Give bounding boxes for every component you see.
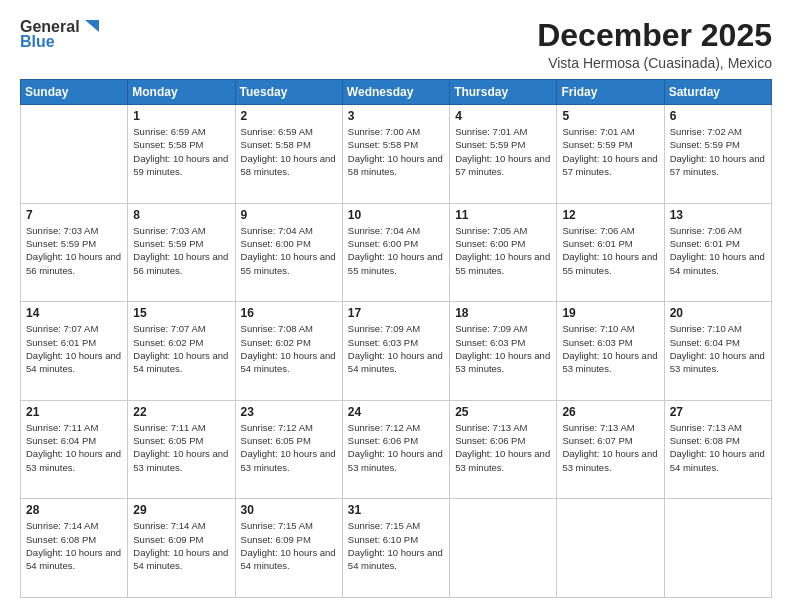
day-info: Sunrise: 7:02 AMSunset: 5:59 PMDaylight:… bbox=[670, 125, 766, 178]
table-row: 2Sunrise: 6:59 AMSunset: 5:58 PMDaylight… bbox=[235, 105, 342, 204]
table-row: 25Sunrise: 7:13 AMSunset: 6:06 PMDayligh… bbox=[450, 400, 557, 499]
day-info: Sunrise: 7:07 AMSunset: 6:02 PMDaylight:… bbox=[133, 322, 229, 375]
day-info: Sunrise: 7:11 AMSunset: 6:05 PMDaylight:… bbox=[133, 421, 229, 474]
table-row: 24Sunrise: 7:12 AMSunset: 6:06 PMDayligh… bbox=[342, 400, 449, 499]
table-row: 17Sunrise: 7:09 AMSunset: 6:03 PMDayligh… bbox=[342, 302, 449, 401]
day-number: 8 bbox=[133, 208, 229, 222]
day-number: 15 bbox=[133, 306, 229, 320]
day-number: 6 bbox=[670, 109, 766, 123]
header-monday: Monday bbox=[128, 80, 235, 105]
header-tuesday: Tuesday bbox=[235, 80, 342, 105]
day-info: Sunrise: 7:14 AMSunset: 6:09 PMDaylight:… bbox=[133, 519, 229, 572]
day-info: Sunrise: 6:59 AMSunset: 5:58 PMDaylight:… bbox=[133, 125, 229, 178]
day-number: 10 bbox=[348, 208, 444, 222]
logo: General Blue bbox=[20, 18, 99, 51]
day-number: 13 bbox=[670, 208, 766, 222]
day-info: Sunrise: 7:13 AMSunset: 6:06 PMDaylight:… bbox=[455, 421, 551, 474]
table-row: 8Sunrise: 7:03 AMSunset: 5:59 PMDaylight… bbox=[128, 203, 235, 302]
day-info: Sunrise: 7:14 AMSunset: 6:08 PMDaylight:… bbox=[26, 519, 122, 572]
day-number: 22 bbox=[133, 405, 229, 419]
day-info: Sunrise: 7:06 AMSunset: 6:01 PMDaylight:… bbox=[670, 224, 766, 277]
day-info: Sunrise: 7:01 AMSunset: 5:59 PMDaylight:… bbox=[562, 125, 658, 178]
table-row: 9Sunrise: 7:04 AMSunset: 6:00 PMDaylight… bbox=[235, 203, 342, 302]
calendar-week-0: 1Sunrise: 6:59 AMSunset: 5:58 PMDaylight… bbox=[21, 105, 772, 204]
day-info: Sunrise: 7:10 AMSunset: 6:04 PMDaylight:… bbox=[670, 322, 766, 375]
day-info: Sunrise: 7:15 AMSunset: 6:09 PMDaylight:… bbox=[241, 519, 337, 572]
day-number: 18 bbox=[455, 306, 551, 320]
day-number: 28 bbox=[26, 503, 122, 517]
page: General Blue December 2025 Vista Hermosa… bbox=[0, 0, 792, 612]
day-number: 23 bbox=[241, 405, 337, 419]
table-row: 18Sunrise: 7:09 AMSunset: 6:03 PMDayligh… bbox=[450, 302, 557, 401]
header-thursday: Thursday bbox=[450, 80, 557, 105]
table-row: 11Sunrise: 7:05 AMSunset: 6:00 PMDayligh… bbox=[450, 203, 557, 302]
day-number: 11 bbox=[455, 208, 551, 222]
day-number: 31 bbox=[348, 503, 444, 517]
table-row: 14Sunrise: 7:07 AMSunset: 6:01 PMDayligh… bbox=[21, 302, 128, 401]
day-info: Sunrise: 6:59 AMSunset: 5:58 PMDaylight:… bbox=[241, 125, 337, 178]
title-area: December 2025 Vista Hermosa (Cuasinada),… bbox=[537, 18, 772, 71]
day-info: Sunrise: 7:11 AMSunset: 6:04 PMDaylight:… bbox=[26, 421, 122, 474]
table-row: 26Sunrise: 7:13 AMSunset: 6:07 PMDayligh… bbox=[557, 400, 664, 499]
day-info: Sunrise: 7:06 AMSunset: 6:01 PMDaylight:… bbox=[562, 224, 658, 277]
logo-blue: Blue bbox=[20, 33, 55, 51]
table-row: 16Sunrise: 7:08 AMSunset: 6:02 PMDayligh… bbox=[235, 302, 342, 401]
weekday-header-row: Sunday Monday Tuesday Wednesday Thursday… bbox=[21, 80, 772, 105]
table-row: 31Sunrise: 7:15 AMSunset: 6:10 PMDayligh… bbox=[342, 499, 449, 598]
day-number: 2 bbox=[241, 109, 337, 123]
day-number: 24 bbox=[348, 405, 444, 419]
day-info: Sunrise: 7:09 AMSunset: 6:03 PMDaylight:… bbox=[455, 322, 551, 375]
table-row: 20Sunrise: 7:10 AMSunset: 6:04 PMDayligh… bbox=[664, 302, 771, 401]
day-info: Sunrise: 7:12 AMSunset: 6:06 PMDaylight:… bbox=[348, 421, 444, 474]
header-saturday: Saturday bbox=[664, 80, 771, 105]
calendar-week-1: 7Sunrise: 7:03 AMSunset: 5:59 PMDaylight… bbox=[21, 203, 772, 302]
day-number: 17 bbox=[348, 306, 444, 320]
day-number: 5 bbox=[562, 109, 658, 123]
month-title: December 2025 bbox=[537, 18, 772, 53]
day-number: 1 bbox=[133, 109, 229, 123]
table-row: 30Sunrise: 7:15 AMSunset: 6:09 PMDayligh… bbox=[235, 499, 342, 598]
table-row: 6Sunrise: 7:02 AMSunset: 5:59 PMDaylight… bbox=[664, 105, 771, 204]
day-info: Sunrise: 7:04 AMSunset: 6:00 PMDaylight:… bbox=[348, 224, 444, 277]
location-subtitle: Vista Hermosa (Cuasinada), Mexico bbox=[537, 55, 772, 71]
table-row bbox=[557, 499, 664, 598]
day-info: Sunrise: 7:05 AMSunset: 6:00 PMDaylight:… bbox=[455, 224, 551, 277]
day-info: Sunrise: 7:08 AMSunset: 6:02 PMDaylight:… bbox=[241, 322, 337, 375]
table-row: 5Sunrise: 7:01 AMSunset: 5:59 PMDaylight… bbox=[557, 105, 664, 204]
day-number: 4 bbox=[455, 109, 551, 123]
day-info: Sunrise: 7:13 AMSunset: 6:08 PMDaylight:… bbox=[670, 421, 766, 474]
day-number: 21 bbox=[26, 405, 122, 419]
table-row bbox=[450, 499, 557, 598]
table-row: 27Sunrise: 7:13 AMSunset: 6:08 PMDayligh… bbox=[664, 400, 771, 499]
day-info: Sunrise: 7:12 AMSunset: 6:05 PMDaylight:… bbox=[241, 421, 337, 474]
day-info: Sunrise: 7:09 AMSunset: 6:03 PMDaylight:… bbox=[348, 322, 444, 375]
day-number: 20 bbox=[670, 306, 766, 320]
day-info: Sunrise: 7:10 AMSunset: 6:03 PMDaylight:… bbox=[562, 322, 658, 375]
calendar-week-3: 21Sunrise: 7:11 AMSunset: 6:04 PMDayligh… bbox=[21, 400, 772, 499]
table-row: 7Sunrise: 7:03 AMSunset: 5:59 PMDaylight… bbox=[21, 203, 128, 302]
table-row: 1Sunrise: 6:59 AMSunset: 5:58 PMDaylight… bbox=[128, 105, 235, 204]
day-number: 12 bbox=[562, 208, 658, 222]
svg-marker-0 bbox=[85, 20, 99, 32]
table-row: 3Sunrise: 7:00 AMSunset: 5:58 PMDaylight… bbox=[342, 105, 449, 204]
day-number: 16 bbox=[241, 306, 337, 320]
day-number: 26 bbox=[562, 405, 658, 419]
day-number: 7 bbox=[26, 208, 122, 222]
table-row: 22Sunrise: 7:11 AMSunset: 6:05 PMDayligh… bbox=[128, 400, 235, 499]
table-row bbox=[21, 105, 128, 204]
table-row: 13Sunrise: 7:06 AMSunset: 6:01 PMDayligh… bbox=[664, 203, 771, 302]
day-number: 3 bbox=[348, 109, 444, 123]
calendar-table: Sunday Monday Tuesday Wednesday Thursday… bbox=[20, 79, 772, 598]
table-row: 28Sunrise: 7:14 AMSunset: 6:08 PMDayligh… bbox=[21, 499, 128, 598]
day-number: 19 bbox=[562, 306, 658, 320]
table-row: 4Sunrise: 7:01 AMSunset: 5:59 PMDaylight… bbox=[450, 105, 557, 204]
header-friday: Friday bbox=[557, 80, 664, 105]
day-info: Sunrise: 7:15 AMSunset: 6:10 PMDaylight:… bbox=[348, 519, 444, 572]
day-info: Sunrise: 7:03 AMSunset: 5:59 PMDaylight:… bbox=[133, 224, 229, 277]
table-row: 15Sunrise: 7:07 AMSunset: 6:02 PMDayligh… bbox=[128, 302, 235, 401]
day-number: 25 bbox=[455, 405, 551, 419]
day-info: Sunrise: 7:04 AMSunset: 6:00 PMDaylight:… bbox=[241, 224, 337, 277]
day-number: 30 bbox=[241, 503, 337, 517]
calendar-week-4: 28Sunrise: 7:14 AMSunset: 6:08 PMDayligh… bbox=[21, 499, 772, 598]
header-wednesday: Wednesday bbox=[342, 80, 449, 105]
